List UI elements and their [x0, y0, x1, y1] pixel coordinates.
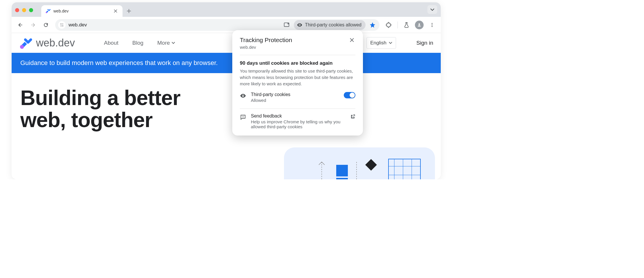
- nav-back-button[interactable]: [15, 20, 26, 30]
- svg-point-22: [242, 95, 244, 96]
- browser-window: web.dev web.dev: [12, 2, 441, 179]
- svg-point-3: [62, 25, 63, 26]
- window-controls: [15, 8, 33, 12]
- profile-avatar-icon[interactable]: [414, 20, 424, 30]
- tp-title: Tracking Protection: [240, 37, 292, 44]
- hero-illustration: [284, 147, 435, 179]
- divider: [240, 55, 355, 55]
- tab-strip: web.dev: [12, 2, 441, 17]
- tp-feedback-title: Send feedback: [251, 113, 346, 119]
- window-close-icon[interactable]: [15, 8, 19, 12]
- window-maximize-icon[interactable]: [29, 8, 33, 12]
- install-pwa-icon[interactable]: [282, 21, 291, 29]
- webdev-favicon-icon: [45, 8, 51, 14]
- svg-point-6: [299, 24, 300, 26]
- svg-point-8: [432, 23, 433, 24]
- tab-title: web.dev: [53, 9, 110, 13]
- site-settings-icon[interactable]: [58, 21, 66, 29]
- svg-rect-13: [336, 178, 348, 179]
- url-text: web.dev: [69, 22, 279, 28]
- webdev-logo-icon: [19, 36, 33, 50]
- nav-about[interactable]: About: [104, 40, 118, 46]
- browser-tab[interactable]: web.dev: [41, 5, 123, 17]
- bookmark-star-icon[interactable]: [368, 21, 377, 29]
- tp-days-body: You temporarily allowed this site to use…: [240, 68, 355, 87]
- reload-button[interactable]: [41, 20, 51, 30]
- site-logo-text: web.dev: [36, 37, 75, 49]
- tp-feedback-row[interactable]: Send feedback Help us improve Chrome by …: [240, 113, 355, 129]
- svg-point-9: [432, 24, 433, 25]
- svg-rect-2: [62, 24, 63, 24]
- announcement-banner: Guidance to build modern web experiences…: [12, 53, 441, 73]
- cookies-chip-label: Third-party cookies allowed: [305, 22, 361, 28]
- hero-line1: Building a better: [20, 86, 180, 109]
- svg-point-0: [46, 12, 47, 13]
- svg-point-1: [60, 24, 61, 24]
- labs-icon[interactable]: [401, 20, 412, 30]
- tab-close-icon[interactable]: [113, 9, 118, 13]
- nav-more-label: More: [157, 40, 170, 46]
- close-icon[interactable]: [348, 37, 355, 44]
- svg-point-7: [418, 23, 420, 25]
- svg-rect-12: [336, 165, 348, 176]
- hero-heading: Building a better web, together: [20, 87, 432, 131]
- svg-point-11: [20, 45, 24, 49]
- tp-cookie-row: Third-party cookies Allowed: [240, 92, 355, 103]
- svg-point-10: [432, 26, 433, 27]
- svg-point-24: [243, 118, 243, 118]
- tp-days-heading: 90 days until cookies are blocked again: [240, 60, 355, 66]
- tab-overflow-button[interactable]: [427, 5, 437, 14]
- hero-line2: web, together: [20, 108, 152, 131]
- tp-cookie-status: Allowed: [251, 98, 339, 103]
- divider: [240, 109, 355, 109]
- language-label: English: [370, 40, 386, 46]
- svg-rect-14: [388, 159, 420, 179]
- page-viewport: web.dev About Blog More English Sign in …: [12, 33, 441, 179]
- open-external-icon[interactable]: [350, 114, 355, 119]
- cookies-status-chip[interactable]: Third-party cookies allowed: [294, 20, 366, 30]
- site-header: web.dev About Blog More English Sign in: [12, 33, 441, 53]
- nav-more[interactable]: More: [157, 40, 175, 46]
- eye-icon: [240, 93, 246, 99]
- address-bar[interactable]: web.dev Third-party cookies allowed: [55, 19, 379, 31]
- new-tab-button[interactable]: [124, 6, 134, 16]
- language-select[interactable]: English: [366, 37, 396, 49]
- nav-blog[interactable]: Blog: [132, 40, 143, 46]
- window-minimize-icon[interactable]: [22, 8, 26, 12]
- banner-text: Guidance to build modern web experiences…: [20, 59, 218, 66]
- site-nav: About Blog More: [104, 40, 175, 46]
- svg-rect-4: [60, 26, 62, 26]
- nav-forward-button[interactable]: [28, 20, 38, 30]
- hero: Building a better web, together: [12, 73, 441, 131]
- cookies-toggle[interactable]: [344, 92, 355, 98]
- chevron-down-icon: [389, 42, 392, 44]
- tp-cookie-title: Third-party cookies: [251, 92, 339, 97]
- browser-toolbar: web.dev Third-party cookies allowed: [12, 17, 441, 33]
- feedback-icon: [240, 114, 246, 120]
- kebab-menu-icon[interactable]: [427, 20, 437, 30]
- tp-feedback-body: Help us improve Chrome by telling us why…: [251, 119, 346, 129]
- site-logo[interactable]: web.dev: [19, 36, 75, 50]
- tp-site: web.dev: [240, 45, 292, 50]
- chevron-down-icon: [172, 42, 175, 44]
- toolbar-divider: [397, 21, 398, 28]
- tracking-protection-popup: Tracking Protection web.dev 90 days unti…: [232, 30, 363, 136]
- extensions-icon[interactable]: [384, 20, 394, 30]
- eye-icon: [297, 22, 303, 28]
- signin-link[interactable]: Sign in: [416, 40, 433, 46]
